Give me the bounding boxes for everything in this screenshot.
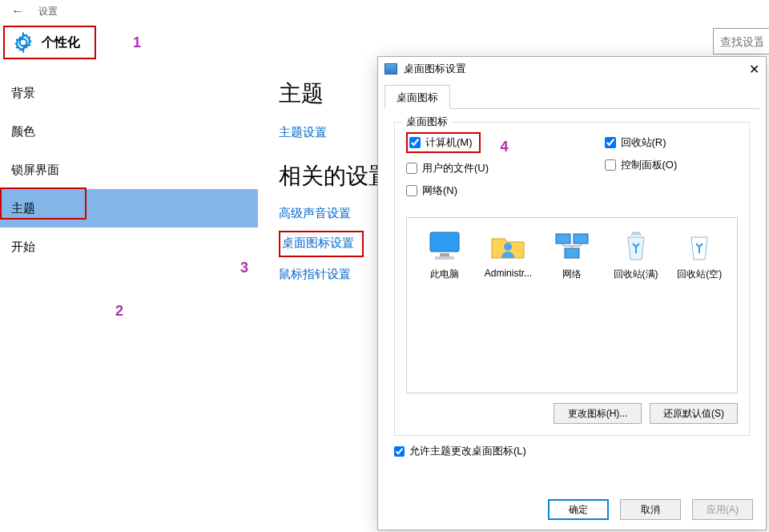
allow-theme-checkbox-input[interactable] [394,446,405,457]
checkbox-user-files-input[interactable] [406,163,417,174]
desktop-icon-settings-link[interactable]: 桌面图标设置 [282,236,354,251]
sidebar-item-colors[interactable]: 颜色 [0,112,258,151]
icon-recycle-full[interactable]: 回收站(满) [606,229,666,281]
checkbox-recycle-bin[interactable]: 回收站(R) [605,135,678,150]
sidebar-item-lockscreen[interactable]: 锁屏界面 [0,151,258,189]
annotation-2: 2 [115,303,123,320]
svg-rect-2 [435,256,454,260]
svg-rect-4 [556,234,570,244]
gear-icon [13,32,34,53]
personalization-label: 个性化 [42,34,80,51]
allow-theme-checkbox[interactable]: 允许主题更改桌面图标(L) [394,444,750,458]
svg-rect-5 [574,234,588,244]
svg-rect-6 [565,248,579,258]
search-settings-input[interactable] [713,28,769,54]
group-title: 桌面图标 [403,115,451,129]
back-arrow-icon[interactable]: ← [11,4,24,18]
theme-settings-link[interactable]: 主题设置 [279,125,391,140]
checkbox-computer[interactable]: 计算机(M) [406,132,481,153]
sidebar: 背景 颜色 锁屏界面 主题 开始 2 [0,62,258,532]
network-icon [553,229,591,263]
cancel-button[interactable]: 取消 [620,499,681,520]
svg-rect-0 [430,232,459,252]
desktop-icon-settings-dialog: 桌面图标设置 ✕ 桌面图标 桌面图标 计算机(M) 4 [377,56,767,530]
tab-desktop-icons[interactable]: 桌面图标 [384,85,450,109]
icon-user-folder[interactable]: Administr... [479,229,538,279]
icon-recycle-empty[interactable]: 回收站(空) [670,229,729,281]
close-icon[interactable]: ✕ [749,62,759,77]
sidebar-item-start[interactable]: 开始 [0,228,258,266]
annotation-box-3: 桌面图标设置 [279,231,364,257]
settings-title: 设置 [38,5,58,18]
pc-icon [425,229,464,263]
checkbox-control-panel[interactable]: 控制面板(O) [605,158,678,172]
icon-network[interactable]: 网络 [542,229,602,281]
content-pane: 主题 主题设置 相关的设置 高级声音设置 桌面图标设置 鼠标指针设置 3 [258,62,396,532]
sidebar-item-themes[interactable]: 主题 [0,189,258,228]
icon-this-pc[interactable]: 此电脑 [415,229,474,281]
recycle-full-icon [617,229,655,263]
checkbox-computer-input[interactable] [409,137,421,148]
checkbox-network-input[interactable] [406,185,417,196]
svg-point-3 [504,243,512,251]
mouse-pointer-link[interactable]: 鼠标指针设置 [279,267,391,282]
theme-heading: 主题 [279,79,391,109]
advanced-sound-link[interactable]: 高级声音设置 [279,206,391,221]
ok-button[interactable]: 确定 [548,499,609,520]
related-settings-heading: 相关的设置 [279,161,391,191]
change-icon-button[interactable]: 更改图标(H)... [554,403,642,424]
icon-preview-area: 此电脑 Administr... 网络 回收站(满) 回收站(空) [406,217,738,393]
checkbox-recycle-bin-input[interactable] [605,137,616,148]
monitor-icon [384,63,397,75]
checkbox-control-panel-input[interactable] [605,159,616,171]
annotation-3: 3 [240,260,248,276]
restore-default-button[interactable]: 还原默认值(S) [650,403,738,424]
annotation-4: 4 [501,139,509,155]
annotation-1: 1 [133,34,141,51]
apply-button[interactable]: 应用(A) [692,499,753,520]
checkbox-user-files[interactable]: 用户的文件(U) [406,161,509,175]
desktop-icons-group: 桌面图标 计算机(M) 4 用户的文件(U) [394,122,750,436]
folder-user-icon [489,229,527,263]
svg-rect-1 [440,253,449,256]
dialog-title: 桌面图标设置 [404,62,466,76]
checkbox-network[interactable]: 网络(N) [406,183,509,198]
recycle-empty-icon [680,229,719,263]
personalization-header: 个性化 [3,26,96,59]
sidebar-item-background[interactable]: 背景 [0,74,258,112]
